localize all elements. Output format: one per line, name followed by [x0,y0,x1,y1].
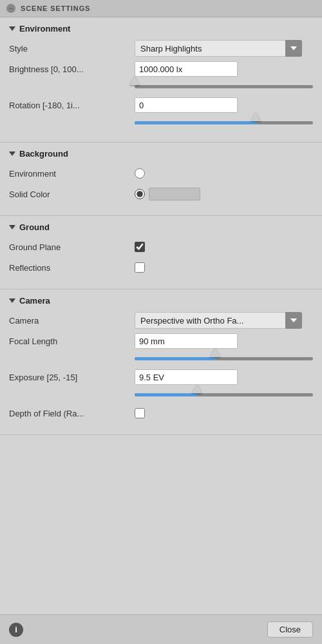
background-environment-radio[interactable] [135,168,145,179]
rotation-slider-fill [135,121,256,124]
brightness-slider-row [9,81,313,92]
dof-checkbox[interactable] [135,408,145,418]
rotation-slider-bg [135,121,313,124]
brightness-slider-bg [135,85,313,88]
background-color-swatch[interactable] [149,188,200,200]
brightness-control [135,61,313,77]
exposure-label: Exposure [25, -15] [9,373,135,382]
reflections-label: Reflections [9,263,135,273]
focal-length-slider-bg [135,357,313,360]
style-control: Sharp Highlights Soft Highlights Custom [135,40,313,57]
brightness-row: Brightness [0, 100... [9,61,313,77]
ground-plane-control [135,242,313,252]
background-solidcolor-control [135,188,313,200]
rotation-row: Rotation [-180, 1i... [9,97,313,113]
camera-type-row: Camera Perspective with Ortho Fa... Pers… [9,312,313,329]
environment-title: Environment [19,24,70,34]
background-header: Background [9,149,313,159]
background-environment-control [135,168,313,179]
ground-plane-checkbox[interactable] [135,242,145,252]
rotation-control [135,97,313,113]
camera-dropdown-wrapper: Perspective with Ortho Fa... Perspective… [135,312,302,329]
ground-collapse-icon[interactable] [9,225,15,229]
focal-length-slider-thumb [210,348,220,357]
focal-length-input[interactable] [135,333,238,349]
exposure-slider-fill [135,393,197,396]
exposure-slider-bg [135,393,313,396]
dof-row: Depth of Field (Ra... [9,405,313,422]
rotation-input[interactable] [135,97,238,113]
style-row: Style Sharp Highlights Soft Highlights C… [9,40,313,57]
environment-header: Environment [9,24,313,34]
environment-section: Environment Style Sharp Highlights Soft … [0,17,322,142]
camera-type-control: Perspective with Ortho Fa... Perspective… [135,312,313,329]
rotation-slider-row [9,117,313,128]
background-solidcolor-radio[interactable] [135,189,145,199]
brightness-input[interactable] [135,61,238,77]
background-environment-row: Environment [9,165,313,182]
style-label: Style [9,44,135,54]
focal-length-slider-fill [135,357,215,360]
rotation-slider-thumb [251,112,261,121]
reflections-checkbox[interactable] [135,262,145,273]
camera-type-label: Camera [9,316,135,326]
style-dropdown-wrapper: Sharp Highlights Soft Highlights Custom [135,40,302,57]
brightness-slider[interactable] [135,81,313,92]
exposure-slider[interactable] [135,389,313,400]
reflections-control [135,262,313,273]
brightness-slider-thumb [129,76,140,85]
exposure-slider-row [9,389,313,400]
ground-header: Ground [9,222,313,232]
background-solidcolor-label: Solid Color [9,190,135,199]
background-solidcolor-row: Solid Color [9,186,313,202]
exposure-slider-thumb [192,384,202,393]
rotation-slider[interactable] [135,117,313,128]
focal-length-row: Focal Length [9,333,313,349]
ground-plane-row: Ground Plane [9,239,313,255]
info-button[interactable]: i [9,623,23,637]
background-section: Background Environment Solid Color [0,142,322,216]
camera-collapse-icon[interactable] [9,298,15,303]
camera-section: Camera Camera Perspective with Ortho Fa.… [0,289,322,435]
focal-length-control [135,333,313,349]
scene-settings-panel: SCENE SETTINGS Environment Style Sharp H… [0,0,322,644]
ground-section: Ground Ground Plane Reflections [0,216,322,289]
ground-plane-label: Ground Plane [9,242,135,252]
camera-type-dropdown[interactable]: Perspective with Ortho Fa... Perspective… [135,312,302,329]
dof-control [135,408,313,418]
focal-length-label: Focal Length [9,337,135,346]
panel-title: SCENE SETTINGS [21,5,90,12]
rotation-label: Rotation [-180, 1i... [9,101,135,110]
minimize-icon[interactable] [6,4,15,13]
focal-length-slider-row [9,353,313,364]
ground-title: Ground [19,222,50,232]
camera-header: Camera [9,296,313,306]
title-bar: SCENE SETTINGS [0,0,322,17]
environment-collapse-icon[interactable] [9,26,15,31]
background-environment-label: Environment [9,169,135,179]
footer: i Close [0,614,322,644]
reflections-row: Reflections [9,259,313,276]
brightness-label: Brightness [0, 100... [9,64,135,74]
dof-label: Depth of Field (Ra... [9,409,135,418]
exposure-row: Exposure [25, -15] [9,369,313,385]
focal-length-slider[interactable] [135,353,313,364]
background-title: Background [19,149,68,159]
style-dropdown[interactable]: Sharp Highlights Soft Highlights Custom [135,40,302,57]
exposure-control [135,369,313,385]
camera-title: Camera [19,296,50,306]
close-button[interactable]: Close [267,621,313,638]
exposure-input[interactable] [135,369,238,385]
background-collapse-icon[interactable] [9,151,15,156]
